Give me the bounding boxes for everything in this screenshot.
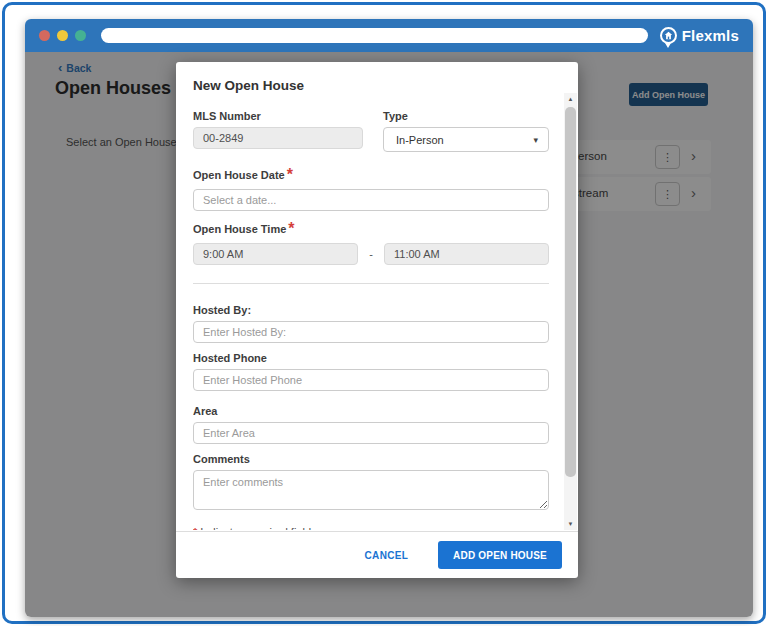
type-field-group: Type In-Person ▾ [383, 110, 549, 152]
brand-name: Flexmls [682, 27, 739, 44]
required-field-note: * Indicates required field [193, 526, 549, 530]
area-label: Area [193, 405, 217, 417]
required-asterisk: * [287, 166, 293, 184]
mls-number-field-group: MLS Number [193, 110, 363, 152]
modal-footer: CANCEL ADD OPEN HOUSE [176, 531, 578, 578]
type-select[interactable]: In-Person ▾ [383, 127, 549, 152]
mls-number-label: MLS Number [193, 110, 363, 122]
hosted-by-label: Hosted By: [193, 304, 251, 316]
hosted-by-input[interactable] [193, 321, 549, 343]
scroll-down-icon[interactable]: ▼ [564, 518, 577, 530]
area-label-row: Area [193, 405, 549, 417]
hosted-phone-label: Hosted Phone [193, 352, 267, 364]
modal-body: MLS Number Type In-Person ▾ Open House D… [193, 98, 549, 530]
type-label: Type [383, 110, 549, 122]
house-pin-icon [660, 27, 677, 44]
required-note-text: Indicates required field [200, 526, 311, 530]
maximize-window-icon[interactable] [75, 30, 86, 41]
type-select-value: In-Person [396, 134, 444, 146]
open-house-date-input[interactable] [193, 189, 549, 211]
scrollbar-thumb[interactable] [565, 107, 576, 477]
comments-label: Comments [193, 453, 250, 465]
comments-textarea[interactable] [193, 470, 549, 510]
section-divider [193, 283, 549, 284]
time-range-separator: - [358, 248, 384, 260]
browser-titlebar: Flexmls [25, 19, 753, 52]
start-time-input [193, 243, 358, 265]
area-input[interactable] [193, 422, 549, 444]
comments-label-row: Comments [193, 453, 549, 465]
scroll-up-icon[interactable]: ▲ [564, 93, 577, 105]
mls-type-row: MLS Number Type In-Person ▾ [193, 110, 549, 152]
close-window-icon[interactable] [39, 30, 50, 41]
hosted-by-label-row: Hosted By: [193, 304, 549, 316]
open-house-date-label: Open House Date [193, 169, 285, 181]
chevron-down-icon: ▾ [533, 135, 538, 145]
time-label-row: Open House Time * [193, 220, 549, 238]
mls-number-input [193, 127, 363, 149]
cancel-button[interactable]: CANCEL [365, 550, 408, 561]
hosted-phone-label-row: Hosted Phone [193, 352, 549, 364]
modal-title: New Open House [193, 78, 304, 93]
modal-scrollbar[interactable]: ▲ ▼ [564, 93, 577, 530]
time-range-row: - [193, 243, 549, 265]
date-label-row: Open House Date * [193, 166, 549, 184]
hosted-phone-input[interactable] [193, 369, 549, 391]
required-asterisk: * [193, 526, 197, 530]
flexmls-logo: Flexmls [660, 27, 739, 44]
url-bar[interactable] [101, 28, 648, 43]
end-time-input [384, 243, 549, 265]
minimize-window-icon[interactable] [57, 30, 68, 41]
new-open-house-modal: New Open House MLS Number Type In-Person… [176, 62, 578, 578]
required-asterisk: * [288, 220, 294, 238]
add-open-house-submit-button[interactable]: ADD OPEN HOUSE [438, 541, 562, 569]
open-house-time-label: Open House Time [193, 223, 286, 235]
